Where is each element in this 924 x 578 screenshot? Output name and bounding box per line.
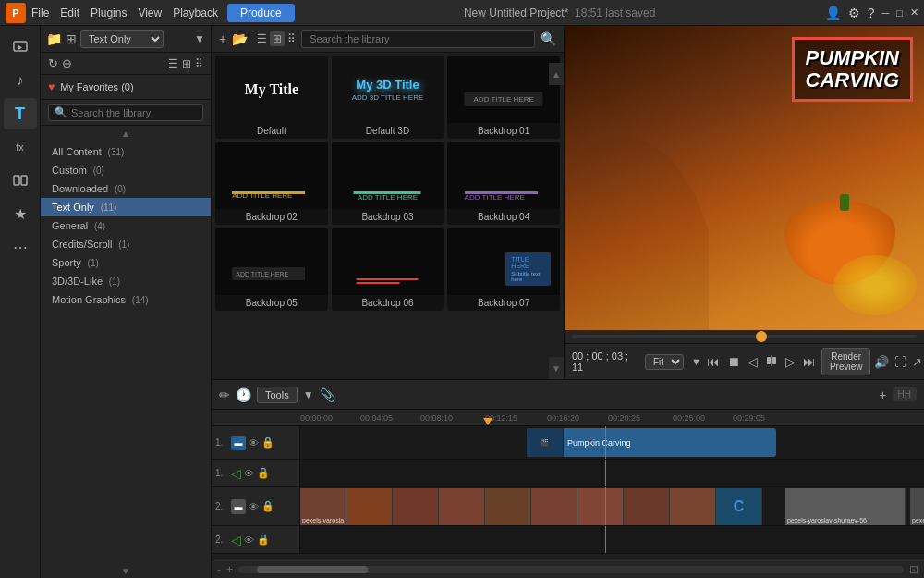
- content-search-input[interactable]: [301, 30, 535, 48]
- volume-icon[interactable]: 🔊: [874, 355, 889, 369]
- track-1a-content[interactable]: [300, 460, 924, 486]
- split-button[interactable]: [763, 352, 780, 372]
- icon-bar-titles[interactable]: T: [4, 98, 37, 129]
- menu-playback[interactable]: Playback: [173, 6, 218, 19]
- close-icon[interactable]: ✕: [910, 6, 918, 18]
- content-item-default[interactable]: My Title Default: [215, 56, 328, 139]
- panel-refresh-icon[interactable]: ↻: [48, 56, 58, 70]
- title-clip[interactable]: 🎬 Pumpkin Carving: [527, 428, 776, 457]
- prev-frame-button[interactable]: ◁: [746, 352, 760, 371]
- search-input[interactable]: [71, 107, 199, 118]
- category-downloaded[interactable]: Downloaded (0): [41, 179, 211, 198]
- play-start-button[interactable]: ⏮: [705, 352, 722, 371]
- track-1a-audio-icon[interactable]: ◁: [231, 466, 241, 481]
- panel-arrow-icon[interactable]: ▼: [194, 32, 205, 45]
- tl-zoom-in2-icon[interactable]: +: [226, 563, 233, 576]
- produce-button[interactable]: Produce: [227, 4, 295, 22]
- content-item-backdrop-05[interactable]: ADD TITLE HERE Backdrop 05: [215, 228, 328, 311]
- icon-bar-audio[interactable]: ♪: [4, 65, 37, 96]
- minimize-icon[interactable]: ─: [882, 7, 890, 18]
- ct-grid9-icon[interactable]: ⠿: [287, 32, 296, 45]
- ct-grid4-icon[interactable]: ⊞: [270, 31, 285, 46]
- category-credits-scroll[interactable]: Credits/Scroll (1): [41, 235, 211, 253]
- track-1a-lock-icon[interactable]: 🔒: [257, 467, 270, 479]
- icon-bar-more[interactable]: ⋯: [4, 231, 37, 263]
- track-2a-eye-icon[interactable]: 👁: [244, 535, 254, 546]
- panel-grid-icon[interactable]: ⊞: [66, 31, 77, 46]
- video-clip-main[interactable]: pexels-yaroslav-shuraev-5608864 C: [300, 488, 781, 525]
- tl-clip-icon[interactable]: 📎: [320, 387, 335, 402]
- track-1a-eye-icon[interactable]: 👁: [244, 468, 254, 479]
- video-clip-3[interactable]: pexels-nick-bondarev-6068814: [910, 488, 924, 525]
- tl-tools-arrow[interactable]: ▼: [303, 388, 314, 401]
- panel-folder-icon[interactable]: 📁: [46, 31, 62, 46]
- view-list-icon[interactable]: ☰: [168, 57, 178, 70]
- stop-button[interactable]: ⏹: [725, 352, 742, 371]
- categories-scroll-up[interactable]: ▲: [41, 126, 211, 141]
- menu-edit[interactable]: Edit: [60, 6, 79, 19]
- tl-horizontal-scrollbar[interactable]: [238, 566, 904, 573]
- menu-plugins[interactable]: Plugins: [91, 6, 127, 19]
- categories-scroll-down[interactable]: ▼: [41, 563, 211, 578]
- icon-bar-media[interactable]: [4, 31, 37, 63]
- track-1-eye-icon[interactable]: 👁: [249, 437, 259, 449]
- tl-zoom-out-icon[interactable]: -: [217, 563, 221, 576]
- help-icon[interactable]: ?: [868, 6, 875, 20]
- filter-select[interactable]: Text Only: [80, 30, 164, 48]
- track-1-lock-icon[interactable]: 🔒: [261, 437, 274, 449]
- content-item-backdrop-01[interactable]: ADD TITLE HERE Backdrop 01: [447, 56, 560, 139]
- fit-select[interactable]: Fit: [645, 354, 684, 370]
- icon-bar-effects[interactable]: fx: [4, 131, 37, 163]
- category-motion-graphics[interactable]: Motion Graphics (14): [41, 290, 211, 309]
- video-clip-2[interactable]: pexels-yaroslav-shuraev-56: [785, 488, 906, 525]
- content-scroll-up[interactable]: ▲: [549, 63, 564, 85]
- content-scroll-down[interactable]: ▼: [549, 357, 564, 379]
- content-item-backdrop-06[interactable]: Backdrop 06: [332, 228, 444, 311]
- content-item-backdrop-02[interactable]: ADD TITLE HERE Backdrop 02: [215, 142, 328, 225]
- tl-pencil-icon[interactable]: ✏: [219, 387, 230, 402]
- scrubber-track[interactable]: [572, 335, 917, 338]
- play-end-button[interactable]: ⏭: [801, 352, 818, 371]
- user-icon[interactable]: 👤: [825, 6, 841, 20]
- view-grid-icon[interactable]: ⊞: [182, 57, 191, 70]
- category-3d[interactable]: 3D/3D-Like (1): [41, 272, 211, 290]
- category-text-only[interactable]: Text Only (11): [41, 198, 211, 216]
- track-1-content[interactable]: 🎬 Pumpkin Carving: [300, 426, 924, 459]
- tl-scrollbar-thumb[interactable]: [257, 566, 368, 573]
- maximize-icon[interactable]: □: [896, 7, 903, 18]
- view-more-icon[interactable]: ⠿: [195, 57, 203, 70]
- panel-search-icon2[interactable]: ⊕: [62, 56, 72, 70]
- tl-clock-icon[interactable]: 🕐: [236, 387, 251, 402]
- tl-tools-button[interactable]: Tools: [257, 387, 298, 403]
- category-all-content[interactable]: All Content (31): [41, 142, 211, 161]
- next-frame-button[interactable]: ▷: [784, 352, 797, 371]
- track-2-content[interactable]: pexels-yaroslav-shuraev-5608864 C: [300, 487, 924, 525]
- category-sporty[interactable]: Sporty (1): [41, 253, 211, 272]
- track-2-eye-icon[interactable]: 👁: [249, 501, 259, 512]
- menu-file[interactable]: File: [31, 6, 49, 19]
- tl-zoom-in-icon[interactable]: +: [879, 387, 886, 402]
- track-2a-audio-icon[interactable]: ◁: [231, 533, 241, 547]
- render-preview-button[interactable]: Render Preview: [821, 348, 871, 375]
- fullscreen-icon[interactable]: ⛶: [894, 355, 906, 369]
- track-1-type-icon[interactable]: ▬: [231, 436, 246, 450]
- ct-list-icon[interactable]: ☰: [257, 32, 267, 45]
- menu-view[interactable]: View: [138, 6, 162, 19]
- ct-add-icon[interactable]: +: [219, 31, 226, 46]
- track-2-type-icon[interactable]: ▬: [231, 499, 246, 514]
- content-item-backdrop-03[interactable]: ADD TITLE HERE Backdrop 03: [332, 142, 444, 225]
- icon-bar-stickers[interactable]: ★: [4, 198, 37, 229]
- category-general[interactable]: General (4): [41, 216, 211, 235]
- track-2a-content[interactable]: [300, 526, 924, 553]
- content-item-backdrop-07[interactable]: TITLE HERE Subtitle text here Backdrop 0…: [447, 228, 560, 311]
- scrubber-thumb[interactable]: [756, 331, 767, 342]
- track-2a-lock-icon[interactable]: 🔒: [257, 534, 270, 546]
- category-custom[interactable]: Custom (0): [41, 161, 211, 179]
- track-2-lock-icon[interactable]: 🔒: [261, 500, 274, 512]
- icon-bar-transitions[interactable]: [4, 165, 37, 196]
- share-icon[interactable]: ↗: [912, 355, 922, 369]
- fit-arrow[interactable]: ▼: [691, 356, 701, 367]
- content-item-backdrop-04[interactable]: ADD TITLE HERE Backdrop 04: [447, 142, 560, 225]
- content-item-default-3d[interactable]: My 3D Title ADD 3D TITLE HERE Default 3D: [332, 56, 444, 139]
- settings-icon[interactable]: ⚙: [848, 6, 860, 20]
